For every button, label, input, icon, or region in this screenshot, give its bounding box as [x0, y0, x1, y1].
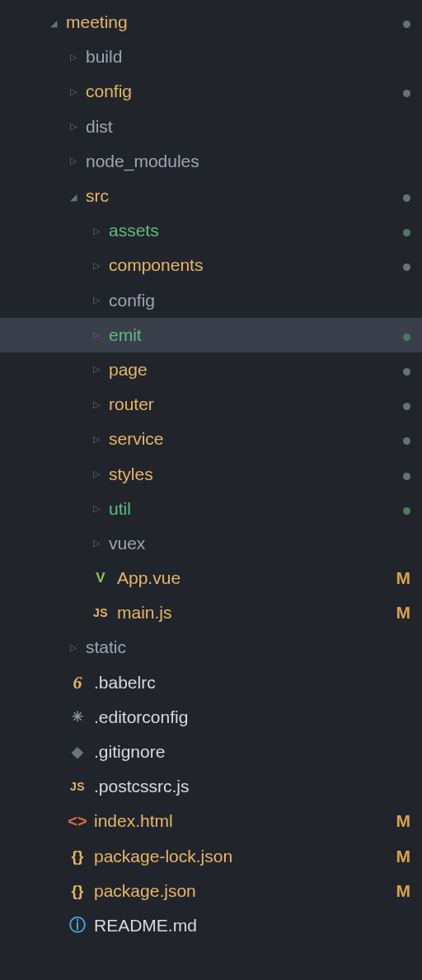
item-label: static	[86, 637, 394, 657]
item-label: components	[109, 255, 394, 275]
item-label: vuex	[109, 534, 394, 553]
item-label: dist	[86, 117, 394, 137]
vcs-status-dot	[394, 221, 410, 240]
html-icon: <>	[68, 812, 87, 831]
item-label: emit	[109, 325, 394, 345]
status-dot-icon	[403, 264, 410, 271]
item-label: src	[86, 186, 394, 206]
item-label: assets	[109, 221, 394, 240]
chevron-right-icon[interactable]	[91, 330, 102, 339]
chevron-down-icon[interactable]	[68, 192, 79, 201]
item-label: util	[109, 499, 394, 519]
chevron-right-icon[interactable]	[91, 226, 102, 236]
chevron-right-icon[interactable]	[68, 87, 79, 96]
js-icon: JS	[68, 780, 87, 793]
vcs-status-dot	[394, 499, 410, 519]
file-index-html[interactable]: <>index.htmlM	[0, 804, 422, 838]
status-dot-icon	[403, 403, 410, 410]
chevron-down-icon[interactable]	[48, 18, 59, 27]
item-label: meeting	[66, 12, 394, 32]
git-icon: ◆	[68, 743, 87, 761]
chevron-right-icon[interactable]	[68, 643, 79, 652]
chevron-right-icon[interactable]	[91, 261, 102, 270]
folder-src[interactable]: src	[0, 179, 422, 213]
vcs-status-dot	[394, 82, 410, 101]
item-label: .babelrc	[94, 673, 394, 693]
vcs-status-letter: M	[394, 847, 410, 866]
chevron-right-icon[interactable]	[91, 296, 102, 305]
folder-page[interactable]: page	[0, 352, 422, 387]
item-label: styles	[109, 464, 394, 484]
chevron-right-icon[interactable]	[68, 156, 79, 166]
item-label: page	[109, 360, 394, 380]
status-dot-icon	[403, 21, 410, 28]
vcs-status-dot	[394, 429, 410, 449]
folder-build[interactable]: build	[0, 40, 422, 74]
item-label: service	[109, 429, 394, 449]
item-label: App.vue	[117, 568, 394, 588]
item-label: package-lock.json	[94, 847, 394, 866]
status-dot-icon	[403, 194, 410, 202]
item-label: router	[109, 394, 394, 414]
vcs-status-letter: M	[394, 811, 410, 831]
status-dot-icon	[403, 229, 410, 236]
folder-meeting[interactable]: meeting	[0, 5, 422, 40]
item-label: .postcssrc.js	[94, 777, 394, 796]
chevron-right-icon[interactable]	[68, 122, 79, 131]
status-dot-icon	[403, 334, 410, 341]
gear-icon: ✳	[68, 708, 87, 726]
chevron-right-icon[interactable]	[91, 504, 102, 513]
folder-static[interactable]: static	[0, 630, 422, 665]
vcs-status-letter: M	[394, 603, 410, 623]
vcs-status-dot	[394, 12, 410, 32]
status-dot-icon	[403, 473, 410, 480]
folder-node-modules[interactable]: node_modules	[0, 144, 422, 179]
chevron-right-icon[interactable]	[91, 435, 102, 444]
item-label: build	[86, 47, 394, 67]
chevron-right-icon[interactable]	[68, 53, 79, 62]
folder-components[interactable]: components	[0, 248, 422, 282]
folder-router[interactable]: router	[0, 387, 422, 422]
status-dot-icon	[403, 368, 410, 376]
file-readme[interactable]: ⓘREADME.md	[0, 908, 422, 943]
chevron-right-icon[interactable]	[91, 365, 102, 374]
file-package-json[interactable]: {}package.jsonM	[0, 874, 422, 908]
status-dot-icon	[403, 437, 410, 445]
folder-assets[interactable]: assets	[0, 213, 422, 248]
item-label: config	[109, 291, 394, 310]
vue-icon: V	[91, 570, 110, 586]
chevron-right-icon[interactable]	[91, 539, 102, 548]
vcs-status-dot	[394, 186, 410, 206]
file-editorconfig[interactable]: ✳.editorconfig	[0, 700, 422, 735]
folder-vuex[interactable]: vuex	[0, 526, 422, 561]
file-babelrc[interactable]: 6.babelrc	[0, 665, 422, 700]
folder-service[interactable]: service	[0, 422, 422, 456]
status-dot-icon	[403, 90, 410, 97]
folder-dist[interactable]: dist	[0, 110, 422, 144]
item-label: README.md	[94, 916, 394, 936]
item-label: node_modules	[86, 152, 394, 171]
item-label: package.json	[94, 881, 394, 901]
vcs-status-letter: M	[394, 881, 410, 901]
item-label: config	[86, 82, 394, 101]
babel-icon: 6	[68, 672, 87, 693]
file-main-js[interactable]: JSmain.jsM	[0, 595, 422, 630]
status-dot-icon	[403, 507, 410, 515]
file-package-lock[interactable]: {}package-lock.jsonM	[0, 839, 422, 874]
file-gitignore[interactable]: ◆.gitignore	[0, 735, 422, 769]
vcs-status-dot	[394, 394, 410, 414]
file-app-vue[interactable]: VApp.vueM	[0, 561, 422, 595]
item-label: .gitignore	[94, 742, 394, 762]
folder-src-config[interactable]: config	[0, 283, 422, 318]
chevron-right-icon[interactable]	[91, 469, 102, 478]
chevron-right-icon[interactable]	[91, 400, 102, 409]
folder-config[interactable]: config	[0, 74, 422, 109]
folder-util[interactable]: util	[0, 492, 422, 526]
vcs-status-dot	[394, 360, 410, 380]
vcs-status-dot	[394, 255, 410, 275]
folder-emit[interactable]: emit	[0, 318, 422, 352]
js-icon: JS	[91, 606, 110, 619]
vcs-status-dot	[394, 325, 410, 345]
file-postcssrc[interactable]: JS.postcssrc.js	[0, 769, 422, 804]
folder-styles[interactable]: styles	[0, 456, 422, 491]
